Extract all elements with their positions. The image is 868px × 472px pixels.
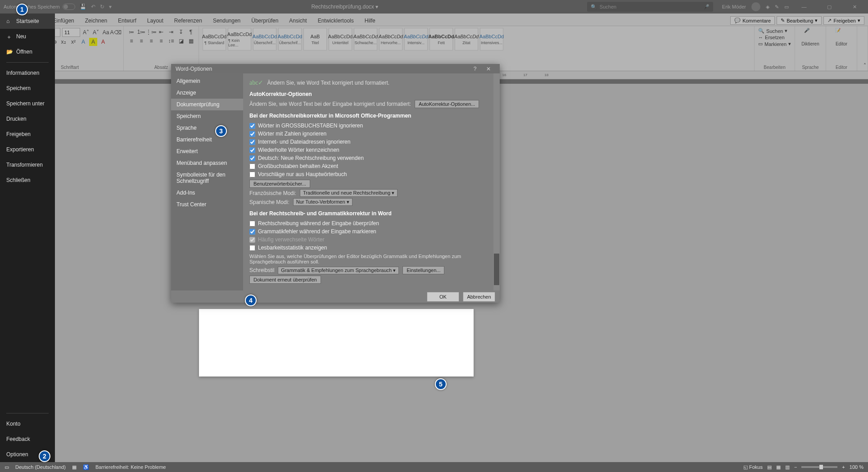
- french-mode-select[interactable]: Traditionelle und neue Rechtschreibung ▾: [300, 189, 398, 197]
- backstage-transformieren[interactable]: Transformieren: [0, 157, 55, 172]
- writing-style-label: Schreibstil: [249, 267, 274, 273]
- zoom-value[interactable]: 100 %: [850, 464, 863, 470]
- dialog-titlebar: Word-Optionen ? ✕: [171, 64, 500, 73]
- dialog-title: Word-Optionen: [176, 66, 212, 72]
- backstage-freigeben[interactable]: Freigeben: [0, 127, 55, 142]
- checkbox-h-ufig-verwechselte-: Häufig verwechselte Wörter: [249, 236, 493, 244]
- backstage-speichern[interactable]: Speichern: [0, 81, 55, 96]
- view-web-icon[interactable]: ▥: [785, 464, 790, 470]
- spanish-mode-label: Spanische Modi:: [249, 199, 289, 205]
- options-nav-anzeige[interactable]: Anzeige: [171, 87, 243, 99]
- scrollbar-thumb[interactable]: [494, 254, 499, 285]
- checkbox-gro-buchstaben-behal[interactable]: Großbuchstaben behalten Akzent: [249, 162, 493, 170]
- word-options-dialog: Word-Optionen ? ✕ AllgemeinAnzeigeDokume…: [171, 64, 500, 303]
- options-nav-allgemein[interactable]: Allgemein: [171, 75, 243, 87]
- backstage-drucken[interactable]: Drucken: [0, 111, 55, 127]
- backstage-startseite[interactable]: ⌂Startseite: [0, 14, 55, 29]
- callout-4: 4: [245, 295, 257, 306]
- autocorrect-options-button[interactable]: AutoKorrektur-Optionen...: [415, 100, 479, 108]
- checkbox-wiederholte-w-rter-k[interactable]: Wiederholte Wörter kennzeichnen: [249, 146, 493, 154]
- abc-icon: abc✓: [249, 79, 263, 86]
- spanish-mode-select[interactable]: Nur Tuteo-Verbformen ▾: [293, 198, 353, 206]
- autocorrect-section-title: AutoKorrektur-Optionen: [249, 91, 493, 97]
- style-settings-button[interactable]: Einstellungen...: [402, 266, 444, 274]
- ok-button[interactable]: OK: [427, 292, 459, 302]
- language-status[interactable]: Deutsch (Deutschland): [15, 464, 66, 470]
- recheck-document-button[interactable]: Dokument erneut überprüfen: [249, 276, 321, 284]
- page[interactable]: [199, 309, 474, 377]
- accessibility-status[interactable]: Barrierefreiheit: Keine Probleme: [95, 464, 166, 470]
- home-icon: ⌂: [6, 18, 13, 24]
- options-nav-sprache[interactable]: Sprache: [171, 122, 243, 134]
- a11y-icon: ♿: [83, 464, 89, 470]
- office-spellcheck-title: Bei der Rechtschreibkorrektur in Microso…: [249, 113, 493, 119]
- callout-1: 1: [16, 4, 28, 15]
- autocorrect-desc: Ändern Sie, wie Word Text bei der Eingab…: [249, 101, 411, 107]
- options-nav-symbolleiste-für-den-schnellzugriff[interactable]: Symbolleiste für den Schnellzugriff: [171, 169, 243, 187]
- dialog-close-button[interactable]: ✕: [482, 66, 495, 72]
- options-nav-add-ins[interactable]: Add-Ins: [171, 187, 243, 199]
- backstage-konto[interactable]: Konto: [0, 416, 55, 431]
- dialog-content: abc✓Ändern Sie, wie Word Text korrigiert…: [243, 73, 500, 290]
- callout-5: 5: [435, 378, 447, 390]
- page-info-icon[interactable]: ▭: [5, 464, 9, 470]
- help-button[interactable]: ?: [468, 66, 482, 72]
- backstage-exportieren[interactable]: Exportieren: [0, 142, 55, 157]
- user-dictionaries-button[interactable]: Benutzerwörterbücher...: [249, 180, 310, 188]
- options-nav-dokumentprüfung[interactable]: Dokumentprüfung: [171, 99, 243, 110]
- backstage-speichern-unter[interactable]: Speichern unter: [0, 96, 55, 111]
- options-nav-speichern[interactable]: Speichern: [171, 110, 243, 122]
- options-nav-menüband-anpassen[interactable]: Menüband anpassen: [171, 157, 243, 169]
- callout-3: 3: [215, 125, 227, 137]
- status-bar: ▭ Deutsch (Deutschland) ▦ ♿ Barrierefrei…: [0, 462, 868, 472]
- dialog-footer: OK Abbrechen: [171, 290, 500, 303]
- checkbox-w-rter-in-grossbuchs[interactable]: Wörter in GROSSBUCHSTABEN ignorieren: [249, 122, 493, 130]
- zoom-in-icon[interactable]: +: [842, 464, 845, 470]
- word-spellcheck-title: Bei der Rechtschreib- und Grammatikkorre…: [249, 210, 493, 217]
- view-read-icon[interactable]: ▤: [767, 464, 772, 470]
- options-nav-erweitert[interactable]: Erweitert: [171, 145, 243, 157]
- backstage-informationen[interactable]: Informationen: [0, 65, 55, 81]
- dialog-nav: AllgemeinAnzeigeDokumentprüfungSpeichern…: [171, 73, 243, 290]
- checkbox-rechtschreibung-w-hr[interactable]: Rechtschreibung während der Eingabe über…: [249, 219, 493, 227]
- options-nav-trust-center[interactable]: Trust Center: [171, 199, 243, 210]
- backstage-öffnen[interactable]: 📂Öffnen: [0, 44, 55, 59]
- backstage-menu: ⌂Startseite＋Neu📂Öffnen InformationenSpei…: [0, 14, 55, 462]
- french-mode-label: Französische Modi:: [249, 190, 296, 196]
- zoom-slider[interactable]: [801, 466, 837, 468]
- callout-2: 2: [39, 450, 50, 462]
- checkbox-grammatikfehler-w-hr[interactable]: Grammatikfehler während der Eingabe mark…: [249, 227, 493, 236]
- editor-checks-desc: Wählen Sie aus, welche Überprüfungen der…: [249, 254, 493, 264]
- new-icon: ＋: [6, 33, 13, 40]
- dialog-lead: Ändern Sie, wie Word Text korrigiert und…: [267, 80, 389, 86]
- backstage-neu[interactable]: ＋Neu: [0, 29, 55, 44]
- checkbox-w-rter-mit-zahlen-ig[interactable]: Wörter mit Zahlen ignorieren: [249, 130, 493, 138]
- checkbox-internet-und-dateia[interactable]: Internet- und Dateiadressen ignorieren: [249, 138, 493, 146]
- checkbox-lesbarkeitsstatistik[interactable]: Lesbarkeitsstatistik anzeigen: [249, 244, 493, 252]
- cancel-button[interactable]: Abbrechen: [463, 292, 495, 302]
- checkbox-vorschl-ge-nur-aus-h[interactable]: Vorschläge nur aus Hauptwörterbuch: [249, 170, 493, 178]
- checkbox-deutsch-neue-rechts[interactable]: Deutsch: Neue Rechtschreibung verwenden: [249, 154, 493, 162]
- view-print-icon[interactable]: ▦: [776, 464, 781, 470]
- zoom-out-icon[interactable]: −: [794, 464, 797, 470]
- backstage-schließen[interactable]: Schließen: [0, 172, 55, 188]
- open-icon: 📂: [6, 49, 13, 55]
- macro-icon[interactable]: ▦: [72, 464, 77, 470]
- backstage-feedback[interactable]: Feedback: [0, 431, 55, 447]
- dialog-scrollbar[interactable]: [493, 73, 500, 290]
- focus-mode[interactable]: ◱ Fokus: [743, 464, 763, 470]
- writing-style-select[interactable]: Grammatik & Empfehlungen zum Sprachgebra…: [278, 267, 399, 274]
- options-nav-barrierefreiheit[interactable]: Barrierefreiheit: [171, 134, 243, 145]
